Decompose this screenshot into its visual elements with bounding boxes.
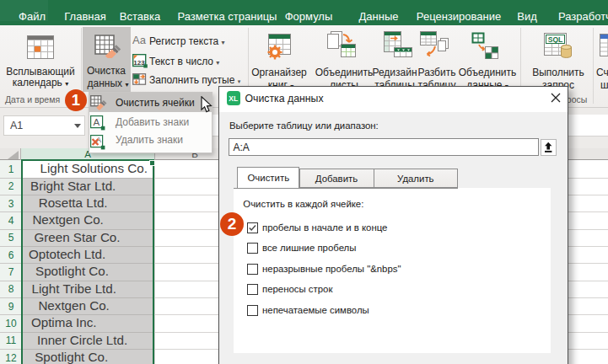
- svg-text:SQL: SQL: [548, 35, 562, 44]
- svg-text:A: A: [93, 116, 100, 126]
- svg-text:123: 123: [134, 59, 146, 67]
